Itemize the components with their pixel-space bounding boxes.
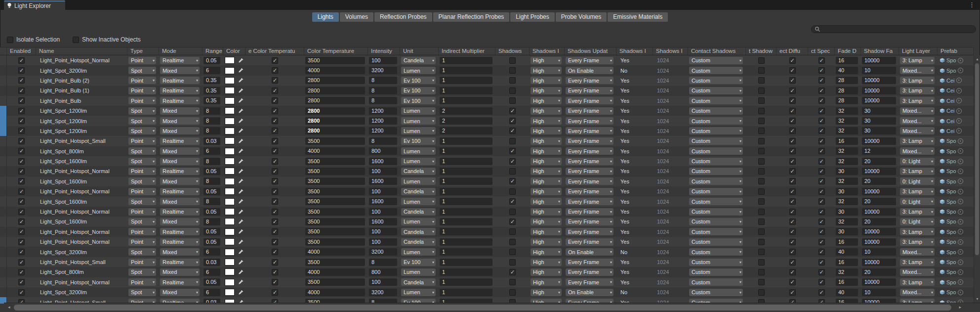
use-color-temperature-checkbox[interactable] xyxy=(272,289,278,296)
contact-shadows-dropdown[interactable]: Custom▾ xyxy=(689,299,743,303)
shadow-fade-distance-field[interactable]: 10000 xyxy=(862,278,896,286)
affect-diffuse-checkbox[interactable] xyxy=(789,269,796,275)
table-row[interactable]: Light_Point_Hotspot_SmallPoint▾Realtime▾… xyxy=(0,297,974,303)
type-dropdown[interactable]: Point▾ xyxy=(128,137,156,145)
shadow-update-dropdown[interactable]: Every Frame▾ xyxy=(566,208,613,216)
shadow-resolution-dropdown[interactable]: High▾ xyxy=(531,248,562,256)
light-layer-dropdown[interactable]: 0: Light▾ xyxy=(900,218,935,225)
use-color-temperature-checkbox[interactable] xyxy=(272,118,278,124)
color-temperature-field[interactable]: 3500 xyxy=(305,238,365,246)
shadow-fade-distance-field[interactable]: 10000 xyxy=(862,188,896,195)
unit-dropdown[interactable]: Lumen▾ xyxy=(401,147,436,155)
unit-dropdown[interactable]: Candela▾ xyxy=(401,238,436,246)
shadow-update-dropdown[interactable]: Every Frame▾ xyxy=(566,178,613,185)
eyedropper-icon[interactable] xyxy=(238,68,244,73)
prefab-open-icon[interactable]: › xyxy=(958,269,963,275)
column-header-color-temperature[interactable]: Color Temperature xyxy=(304,47,368,55)
cell-light-name[interactable]: Light_Spot_3200lm xyxy=(36,65,127,75)
use-color-temperature-checkbox[interactable] xyxy=(272,168,278,175)
contact-shadows-dropdown[interactable]: Custom▾ xyxy=(689,188,743,195)
eyedropper-icon[interactable] xyxy=(238,260,244,265)
intensity-field[interactable]: 8 xyxy=(369,77,397,84)
range-field[interactable]: 0.35 xyxy=(204,77,220,84)
column-header-prefab[interactable]: Prefab xyxy=(938,47,974,55)
mode-dropdown[interactable]: Mixed▾ xyxy=(160,178,200,185)
shadow-update-dropdown[interactable]: Every Frame▾ xyxy=(566,137,613,145)
shadows-checkbox[interactable] xyxy=(509,188,516,195)
light-layer-dropdown[interactable]: Mixed...▾ xyxy=(900,248,935,256)
shadows-checkbox[interactable] xyxy=(509,168,516,175)
range-field[interactable]: 6 xyxy=(204,248,220,256)
cell-light-name[interactable]: Light_Point_Bulb (2) xyxy=(36,76,127,86)
shadow-resolution-dropdown[interactable]: High▾ xyxy=(531,198,562,205)
contact-shadows-dropdown[interactable]: Custom▾ xyxy=(689,228,743,235)
eyedropper-icon[interactable] xyxy=(238,108,244,114)
indirect-multiplier-field[interactable]: 1 xyxy=(440,97,492,104)
affect-specular-checkbox[interactable] xyxy=(818,128,825,134)
unit-dropdown[interactable]: Ev 100▾ xyxy=(401,137,436,145)
intensity-field[interactable]: 100 xyxy=(369,278,397,286)
cell-light-name[interactable]: Light_Point_Hotspot_Normal xyxy=(36,207,127,217)
cell-light-name[interactable]: Light_Spot_1600lm xyxy=(36,177,127,186)
shadows-checkbox[interactable] xyxy=(509,138,516,144)
cell-prefab[interactable]: Spo› xyxy=(938,207,974,217)
table-row[interactable]: Light_Spot_1200lmSpot▾Mixed▾828001200Lum… xyxy=(0,106,974,116)
color-temperature-field[interactable]: 2800 xyxy=(305,117,365,125)
mode-dropdown[interactable]: Mixed▾ xyxy=(160,268,200,276)
table-row[interactable]: Light_Spot_3200lmSpot▾Mixed▾640003200Lum… xyxy=(0,287,974,297)
shadow-resolution-dropdown[interactable]: High▾ xyxy=(531,208,562,216)
indirect-multiplier-field[interactable]: 1 xyxy=(440,238,492,246)
shadows-checkbox[interactable] xyxy=(509,57,516,64)
shadows-checkbox[interactable] xyxy=(509,209,516,215)
use-color-temperature-checkbox[interactable] xyxy=(272,279,278,285)
type-dropdown[interactable]: Point▾ xyxy=(128,228,156,235)
cell-prefab[interactable]: Spo› xyxy=(938,166,974,176)
unit-dropdown[interactable]: Lumen▾ xyxy=(401,107,436,115)
type-dropdown[interactable]: Spot▾ xyxy=(128,218,156,225)
prefab-open-icon[interactable]: › xyxy=(958,209,963,215)
isolate-selection-checkbox[interactable] xyxy=(7,37,13,43)
affect-specular-checkbox[interactable] xyxy=(818,198,825,205)
shadow-resolution-dropdown[interactable]: High▾ xyxy=(531,228,562,235)
unit-dropdown[interactable]: Ev 100▾ xyxy=(401,259,436,266)
custom-shadow-checkbox[interactable] xyxy=(758,228,765,235)
affect-specular-checkbox[interactable] xyxy=(818,289,825,296)
shadow-fade-distance-field[interactable]: 20 xyxy=(862,268,896,276)
affect-specular-checkbox[interactable] xyxy=(818,77,825,84)
contact-shadows-dropdown[interactable]: Custom▾ xyxy=(689,127,743,134)
prefab-open-icon[interactable]: › xyxy=(958,68,963,73)
color-swatch[interactable] xyxy=(225,57,235,64)
tab-reflection-probes[interactable]: Reflection Probes xyxy=(374,12,432,22)
affect-diffuse-checkbox[interactable] xyxy=(789,239,796,245)
fade-distance-field[interactable]: 32 xyxy=(836,147,858,155)
affect-diffuse-checkbox[interactable] xyxy=(789,289,796,296)
enabled-checkbox[interactable] xyxy=(18,148,25,154)
affect-diffuse-checkbox[interactable] xyxy=(789,198,796,205)
use-color-temperature-checkbox[interactable] xyxy=(272,57,278,64)
color-temperature-field[interactable]: 3500 xyxy=(305,208,365,216)
type-dropdown[interactable]: Spot▾ xyxy=(128,268,156,276)
type-dropdown[interactable]: Point▾ xyxy=(128,278,156,286)
intensity-field[interactable]: 1200 xyxy=(369,127,397,134)
type-dropdown[interactable]: Spot▾ xyxy=(128,198,156,205)
shadows-checkbox[interactable] xyxy=(509,228,516,235)
color-swatch[interactable] xyxy=(225,268,235,275)
type-dropdown[interactable]: Point▾ xyxy=(128,188,156,195)
unit-dropdown[interactable]: Lumen▾ xyxy=(401,178,436,185)
eyedropper-icon[interactable] xyxy=(238,290,244,295)
shadows-checkbox[interactable] xyxy=(509,299,516,303)
affect-diffuse-checkbox[interactable] xyxy=(789,219,796,225)
indirect-multiplier-field[interactable]: 1 xyxy=(440,188,492,195)
enabled-checkbox[interactable] xyxy=(18,228,25,235)
eyedropper-icon[interactable] xyxy=(238,239,244,245)
shadow-resolution-dropdown[interactable]: High▾ xyxy=(531,158,562,165)
type-dropdown[interactable]: Spot▾ xyxy=(128,67,156,74)
shadow-update-dropdown[interactable]: Every Frame▾ xyxy=(566,97,613,104)
custom-shadow-checkbox[interactable] xyxy=(758,158,765,165)
color-temperature-field[interactable]: 3500 xyxy=(305,259,365,266)
contact-shadows-dropdown[interactable]: Custom▾ xyxy=(689,208,743,216)
affect-specular-checkbox[interactable] xyxy=(818,299,825,303)
eyedropper-icon[interactable] xyxy=(238,138,244,144)
custom-shadow-checkbox[interactable] xyxy=(758,269,765,275)
contact-shadows-dropdown[interactable]: Custom▾ xyxy=(689,259,743,266)
